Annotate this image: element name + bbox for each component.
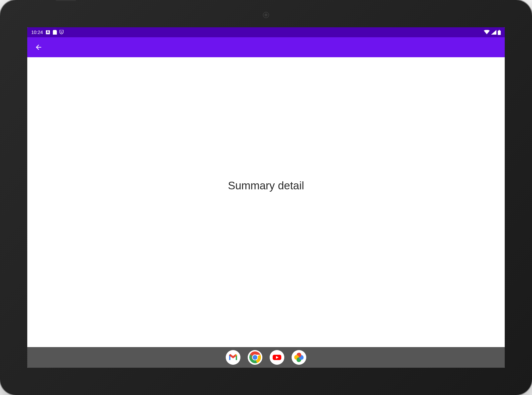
chrome-icon — [248, 350, 262, 365]
tablet-screen: 10:24 A — [27, 27, 505, 368]
youtube-icon — [270, 350, 284, 365]
notification-badge-icon: A — [46, 30, 50, 35]
youtube-app-icon[interactable] — [270, 350, 284, 365]
svg-rect-2 — [499, 30, 500, 31]
photos-icon — [292, 350, 306, 365]
navigation-bar — [27, 347, 505, 368]
status-time: 10:24 — [31, 30, 43, 35]
gmail-app-icon[interactable] — [226, 350, 240, 365]
status-bar-right — [484, 30, 501, 35]
battery-full-icon — [498, 30, 501, 35]
cell-signal-icon — [491, 30, 496, 35]
front-camera-decoration — [263, 12, 269, 18]
back-button[interactable] — [33, 42, 44, 53]
status-bar: 10:24 A — [27, 27, 505, 37]
arrow-back-icon — [35, 43, 43, 51]
power-save-icon — [60, 30, 64, 35]
summary-detail-label: Summary detail — [228, 179, 304, 192]
wifi-icon — [484, 30, 490, 35]
sim-card-icon — [53, 30, 57, 35]
svg-text:A: A — [47, 30, 49, 34]
svg-rect-3 — [498, 31, 501, 35]
chrome-app-icon[interactable] — [248, 350, 262, 365]
status-bar-left: 10:24 A — [31, 30, 64, 35]
tablet-device-frame: 10:24 A — [0, 0, 532, 395]
content-area: Summary detail — [27, 57, 505, 347]
power-button-decoration — [56, 0, 76, 1]
gmail-icon — [226, 350, 240, 365]
app-bar — [27, 37, 505, 57]
photos-app-icon[interactable] — [292, 350, 306, 365]
svg-point-8 — [253, 355, 257, 360]
